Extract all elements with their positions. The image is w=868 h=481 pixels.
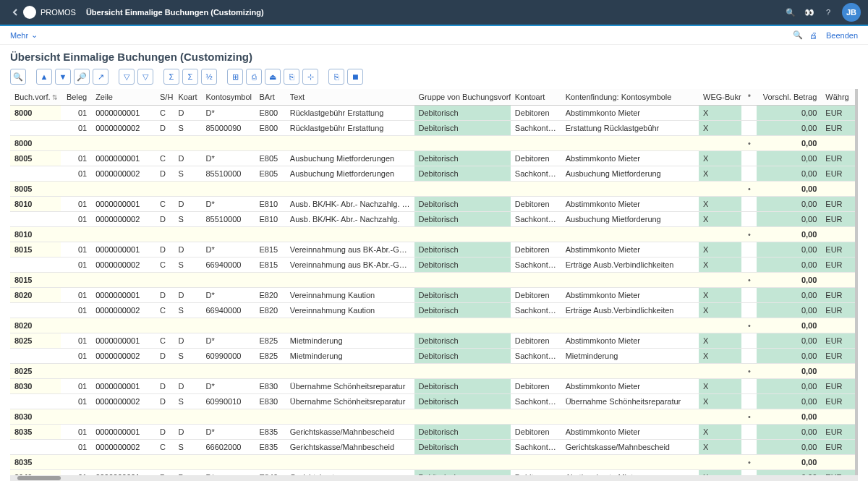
col-ksym[interactable]: Kontosymbol (201, 89, 255, 105)
table-row[interactable]: 8010010000000001CDD*E810Ausb. BK/HK- Abr… (10, 196, 855, 211)
page-title: Übersicht Einmalige Buchungen (Customizi… (10, 51, 858, 63)
data-table: Buch.vorf.⇅ Beleg Zeile S/H Koart Kontos… (10, 89, 855, 475)
toolbar-btn-10[interactable]: ⊞ (227, 69, 243, 85)
brand-logo-icon (23, 6, 36, 19)
toolbar-btn-9[interactable]: ½ (201, 69, 217, 85)
table-row[interactable]: 010000000002CS66940000E815Vereinnahmung … (10, 257, 855, 272)
col-wahrg[interactable]: Währg (821, 89, 855, 105)
col-text[interactable]: Text (286, 89, 414, 105)
table-row[interactable]: 8005010000000001CDD*E805Ausbuchung Mietf… (10, 150, 855, 166)
toolbar-btn-1[interactable]: ▲ (36, 69, 52, 85)
col-kontoart[interactable]: Kontoart (511, 89, 561, 105)
table-row[interactable]: 010000000002CS66602000E835Gerichtskasse/… (10, 439, 855, 454)
toolbar-btn-3[interactable]: 🔎 (74, 69, 90, 85)
chevron-down-icon: ⌄ (31, 30, 38, 40)
brand-logo: PROMOS (23, 6, 76, 19)
toolbar-btn-11[interactable]: ⎙ (246, 69, 262, 85)
toolbar-btn-14[interactable]: ⊹ (302, 69, 318, 85)
group-summary-row: 8005•0,00 (10, 181, 855, 196)
table-row[interactable]: 8000010000000001CDD*E800Rücklastgebühr E… (10, 105, 855, 120)
col-buch[interactable]: Buch.vorf.⇅ (10, 89, 61, 105)
search-sub-icon[interactable]: 🔍 (790, 30, 806, 40)
binoculars-icon[interactable]: 👀 (800, 8, 819, 17)
group-summary-row: 8015•0,00 (10, 272, 855, 287)
col-koart[interactable]: Koart (174, 89, 201, 105)
col-zeile[interactable]: Zeile (91, 89, 156, 105)
col-bart[interactable]: BArt (255, 89, 286, 105)
help-icon[interactable]: ? (819, 8, 838, 17)
toolbar-btn-16[interactable]: ⏹ (347, 69, 363, 85)
group-summary-row: 8000•0,00 (10, 135, 855, 150)
print-icon[interactable]: 🖨 (806, 31, 822, 40)
table-row[interactable]: 8035010000000001DDD*E835Gerichtskasse/Ma… (10, 424, 855, 439)
window-title: Übersicht Einmalige Buchungen (Customizi… (86, 8, 264, 17)
col-betrag[interactable]: Vorschl. Betrag (757, 89, 821, 105)
beenden-link[interactable]: Beenden (826, 31, 858, 40)
sort-icon[interactable]: ⇅ (52, 94, 58, 101)
toolbar-btn-2[interactable]: ▼ (55, 69, 71, 85)
table-row[interactable]: 010000000002DS60990000E825MietminderungD… (10, 348, 855, 363)
table-row[interactable]: 8025010000000001CDD*E825MietminderungDeb… (10, 333, 855, 348)
more-menu[interactable]: Mehr⌄ (10, 30, 38, 40)
table-row[interactable]: 8040010000000001DDD*E840GerichtskostenDe… (10, 469, 855, 475)
back-button[interactable] (7, 9, 23, 16)
table-row[interactable]: 010000000002CS66940000E820Vereinnahmung … (10, 302, 855, 318)
col-gruppe[interactable]: Gruppe von Buchungsvorfällen (414, 89, 511, 105)
table-scroll[interactable]: Buch.vorf.⇅ Beleg Zeile S/H Koart Kontos… (10, 89, 858, 475)
header-row: Buch.vorf.⇅ Beleg Zeile S/H Koart Kontos… (10, 89, 855, 105)
scrollbar-thumb[interactable] (17, 476, 61, 480)
table-row[interactable]: 010000000002DS60990010E830Übernahme Schö… (10, 393, 855, 409)
top-bar: PROMOS Übersicht Einmalige Buchungen (Cu… (0, 0, 868, 25)
col-weg[interactable]: WEG-Bukrs (699, 89, 741, 105)
group-summary-row: 8035•0,00 (10, 454, 855, 469)
toolbar-btn-7[interactable]: Σ (163, 69, 179, 85)
brand-label: PROMOS (41, 8, 76, 17)
search-icon[interactable]: 🔍 (781, 8, 800, 17)
group-summary-row: 8030•0,00 (10, 409, 855, 424)
group-summary-row: 8020•0,00 (10, 318, 855, 333)
toolbar-btn-15[interactable]: ⎘ (328, 69, 344, 85)
group-summary-row: 8025•0,00 (10, 363, 855, 378)
toolbar-btn-6[interactable]: ▽ (137, 69, 153, 85)
col-beleg[interactable]: Beleg (61, 89, 91, 105)
toolbar-btn-12[interactable]: ⏏ (265, 69, 281, 85)
group-summary-row: 8010•0,00 (10, 226, 855, 242)
col-star[interactable]: * (741, 89, 757, 105)
toolbar-btn-4[interactable]: ↗ (93, 69, 109, 85)
toolbar-btn-5[interactable]: ▽ (119, 69, 135, 85)
toolbar-btn-8[interactable]: Σ (182, 69, 198, 85)
col-kfind[interactable]: Kontenfindung: Kontosymbole (561, 89, 699, 105)
table-row[interactable]: 010000000002DS85510000E805Ausbuchung Mie… (10, 166, 855, 181)
table-row[interactable]: 010000000002DS85510000E810Ausb. BK/HK- A… (10, 211, 855, 226)
table-row[interactable]: 8015010000000001DDD*E815Vereinnahmung au… (10, 242, 855, 257)
horizontal-scrollbar[interactable] (10, 475, 858, 481)
toolbar-btn-13[interactable]: ⎘ (284, 69, 299, 85)
table-toolbar: 🔍▲▼🔎↗▽▽ΣΣ½⊞⎙⏏⎘⊹⎘⏹ (10, 69, 858, 85)
table-row[interactable]: 8020010000000001DDD*E820Vereinnahmung Ka… (10, 287, 855, 302)
sub-bar: Mehr⌄ 🔍 🖨 Beenden (0, 26, 868, 45)
user-avatar[interactable]: JB (842, 3, 861, 22)
table-row[interactable]: 010000000002DS85000090E800Rücklastgebühr… (10, 120, 855, 135)
col-sh[interactable]: S/H (156, 89, 174, 105)
toolbar-btn-0[interactable]: 🔍 (10, 69, 26, 85)
table-row[interactable]: 8030010000000001DDD*E830Übernahme Schönh… (10, 378, 855, 393)
